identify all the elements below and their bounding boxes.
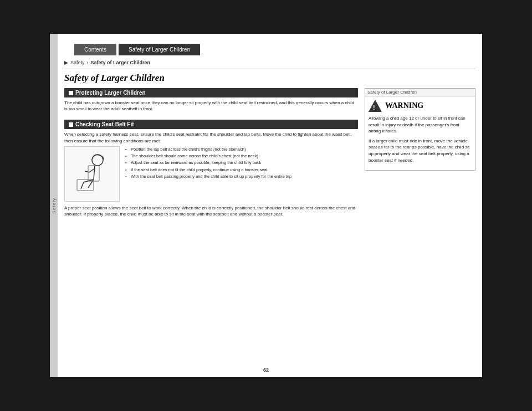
warning-title: WARNING [385, 101, 423, 110]
checking-header-square [69, 122, 73, 127]
list-item: With the seat belt passing properly and … [125, 173, 291, 179]
breadcrumb-item-larger: Safety of Larger Children [91, 60, 151, 65]
warning-title-row: WARNING [369, 100, 472, 112]
warning-paragraph-2: If a larger child must ride in front, mo… [369, 138, 472, 163]
main-content: Contents Safety of Larger Children ▶ Saf… [58, 34, 482, 377]
warning-paragraph-1: Allowing a child age 12 or under to sit … [369, 115, 472, 135]
tab-contents[interactable]: Contents [74, 44, 116, 55]
page-number: 62 [263, 367, 269, 373]
warning-triangle-icon [369, 100, 382, 112]
tab-safety-larger-children[interactable]: Safety of Larger Children [119, 44, 200, 55]
bullet-list-container: Position the lap belt across the child's… [125, 146, 291, 202]
right-column: Safety of Larger Children WARNING Allowi… [365, 88, 475, 371]
checking-header-text: Checking Seat Belt Fit [75, 121, 134, 127]
breadcrumb-arrow: ▶ [64, 60, 68, 65]
breadcrumb-item-safety: Safety [70, 60, 85, 65]
list-item: If the seat belt does not fit the child … [125, 167, 291, 173]
warning-box: Safety of Larger Children WARNING Allowi… [365, 88, 475, 171]
checking-section: Checking Seat Belt Fit When selecting a … [64, 120, 358, 217]
protecting-body: The child has outgrown a booster seat on… [64, 100, 358, 112]
page-container: Safety Contents Safety of Larger Childre… [50, 34, 482, 377]
bullet-list: Position the lap belt across the child's… [125, 146, 291, 179]
image-list-row: Position the lap belt across the child's… [64, 146, 358, 202]
divider [64, 69, 475, 69]
protecting-header: Protecting Larger Children [64, 88, 358, 97]
list-item: Position the lap belt across the child's… [125, 146, 291, 152]
content-row: Protecting Larger Children The child has… [64, 88, 475, 371]
child-illustration [64, 146, 120, 202]
page-title: Safety of Larger Children [64, 73, 475, 84]
checking-intro: When selecting a safety harness seat, en… [64, 131, 358, 143]
left-bar: Safety [50, 34, 58, 377]
breadcrumb: ▶ Safety › Safety of Larger Children [64, 60, 475, 65]
left-bar-text: Safety [52, 198, 57, 214]
breadcrumb-separator: › [87, 60, 89, 65]
bottom-text: A proper seat position allows the seat b… [64, 205, 358, 217]
warning-label-bar: Safety of Larger Children [365, 89, 475, 96]
list-item: Adjust the seat as far rearward as possi… [125, 160, 291, 166]
top-tabs: Contents Safety of Larger Children [74, 44, 466, 55]
list-item: The shoulder belt should come across the… [125, 153, 291, 159]
left-column: Protecting Larger Children The child has… [64, 88, 358, 371]
protecting-section: Protecting Larger Children The child has… [64, 88, 358, 114]
protecting-header-text: Protecting Larger Children [75, 90, 146, 96]
checking-header: Checking Seat Belt Fit [64, 120, 358, 129]
header-square [69, 91, 73, 95]
